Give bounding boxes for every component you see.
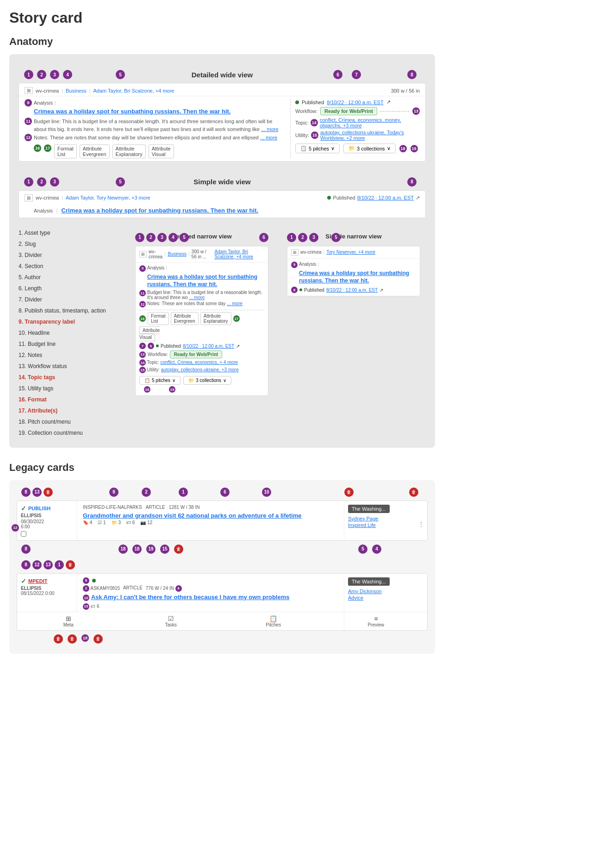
external-sw: ↗ xyxy=(416,195,420,201)
tag-format-dn[interactable]: FormatList xyxy=(148,312,169,325)
tab-tasks[interactable]: ☑ Tasks xyxy=(120,612,223,630)
num-3-sn: 3 xyxy=(309,233,318,242)
tag-attr-evergreen[interactable]: AttributeEvergreen xyxy=(80,144,110,158)
transparency-label: Analysis xyxy=(34,100,53,106)
headline-sw[interactable]: Crimea was a holiday spot for sunbathing… xyxy=(62,207,258,214)
article-site-l1: INSPIRED-LIFE-NALPARKS xyxy=(83,505,142,510)
legend-item-15: 15. Utility tags xyxy=(19,383,120,394)
num-7-dn: 7 xyxy=(139,343,146,349)
num-19-right: 19 xyxy=(411,145,418,152)
legend-item-19: 19. Collection count/menu xyxy=(19,427,120,438)
legend-item-11: 11. Budget line xyxy=(19,338,120,350)
collections-dn[interactable]: 📁 3 collections ∨ xyxy=(183,376,231,385)
channel-link-3[interactable]: Amy Dickinson xyxy=(348,588,423,594)
authors-dn[interactable]: Adam Taylor, Bri Scalzone, +4 more xyxy=(214,249,264,259)
num-12-l2: 12 xyxy=(32,560,42,570)
check-icon-2: ✓ xyxy=(21,577,26,585)
legend-item-16: 16. Format xyxy=(19,394,120,405)
workflow-dn: Ready for Web/Print xyxy=(170,351,222,358)
checkbox-l1[interactable] xyxy=(21,531,26,537)
authors-sw-link[interactable]: Adam Taylor, Tory Newmyer, +3 more xyxy=(66,195,150,200)
icon-tag-l1: 🏷 6 xyxy=(126,520,135,525)
pitches-button[interactable]: 📋 5 pitches ∨ xyxy=(295,144,340,153)
headline-link[interactable]: Crimea was a holiday spot for sunbathing… xyxy=(34,108,230,115)
legend-item-7: 7. Divider xyxy=(19,294,120,305)
headline-dn[interactable]: Crimea was a holiday spot for sunbathing… xyxy=(147,274,257,288)
workflow-label: Workflow: xyxy=(295,108,317,114)
site-sn: wv-crimea xyxy=(300,250,322,255)
channel-link-4[interactable]: Advice xyxy=(348,595,423,601)
num-12-dn: 12 xyxy=(139,301,146,307)
legend-item-3: 3. Divider xyxy=(19,250,120,261)
pub-date-sn[interactable]: 8/10/22 · 12:00 a.m. EST xyxy=(326,288,378,293)
icon-tasks-l1: ☑ 1 xyxy=(98,520,106,525)
delete-l1b[interactable]: 🗑 xyxy=(344,488,354,497)
pub-date-link[interactable]: 8/10/22 · 12:00 a.m. EST xyxy=(327,100,383,105)
delete-l2d[interactable]: 🗑 xyxy=(93,634,103,644)
channel-link-1[interactable]: Sydney Page xyxy=(348,516,423,521)
budget-more-link[interactable]: ... more xyxy=(261,126,278,132)
num-17-dn: 17 xyxy=(233,315,240,322)
channel-link-2[interactable]: Inspired Life xyxy=(348,522,423,528)
num-2-top: 2 xyxy=(37,70,46,79)
num-17: 17 xyxy=(44,144,51,152)
num-15-l2: 15 xyxy=(83,603,89,610)
num-2-sw: 2 xyxy=(37,177,46,187)
type-sw: Analysis xyxy=(34,208,53,213)
notes-more-link[interactable]: ... more xyxy=(260,135,277,140)
delete-l1d[interactable]: 🗑 xyxy=(174,545,183,554)
legend-item-13: 13. Workflow status xyxy=(19,361,120,372)
delete-l2c[interactable]: 🗑 xyxy=(68,634,77,644)
tab-meta[interactable]: ⊞ Meta xyxy=(17,612,120,630)
delete-l1c[interactable]: 🗑 xyxy=(409,488,418,497)
tab-pitches[interactable]: 📋 Pitches xyxy=(222,612,325,630)
tag-attr-explanatory[interactable]: AttributeExplanatory xyxy=(112,144,146,158)
simple-narrow-card: ⊞ wv-crimea | Tory Newmyer, +4 more 9 An… xyxy=(287,246,420,297)
pub-date-sw[interactable]: 8/10/22 · 12:00 a.m. EST xyxy=(357,195,414,200)
num-8-l1b: 8 xyxy=(109,488,118,497)
num-15-right: 15 xyxy=(311,131,318,139)
topics-link[interactable]: conflict, Crimea, economics, money, olig… xyxy=(320,117,420,128)
status-2[interactable]: MPEDIT xyxy=(28,578,48,584)
num-2-dn: 2 xyxy=(146,233,156,242)
tag-format[interactable]: FormatList xyxy=(54,144,77,158)
tag-icon-l2: 🏷 xyxy=(91,604,95,609)
site-l2: ELLIPSIS xyxy=(21,586,73,591)
channel-badge-l2: The Washing... xyxy=(348,577,390,586)
num-16-dn: 16 xyxy=(139,315,146,322)
authors-link[interactable]: Adam Taylor, Bri Scalzone, +4 more xyxy=(93,88,174,94)
tag-ex-dn[interactable]: AttributeExplanatory xyxy=(200,312,231,325)
delete-l1a[interactable]: 🗑 xyxy=(44,488,53,497)
length-dn: 300 w / 56 in ... xyxy=(192,249,213,259)
util-dn[interactable]: autoplay, collections-ukraine, +3 more xyxy=(161,367,239,372)
headline-l2[interactable]: Ask Amy: I can't be there for others bec… xyxy=(91,594,290,601)
collections-button[interactable]: 📁 3 collections ∨ xyxy=(343,144,396,153)
num-19-dn: 19 xyxy=(169,386,175,393)
delete-l2a[interactable]: 🗑 xyxy=(66,560,75,570)
authors-sn[interactable]: Tory Newmyer, +4 more xyxy=(326,250,375,255)
num-6-l2: 6 xyxy=(175,585,182,592)
num-2-sn: 2 xyxy=(298,233,307,242)
kebab-menu-l1[interactable]: ⋮ xyxy=(418,520,424,528)
site-name: wv-crimea xyxy=(36,88,59,94)
utilities-link[interactable]: autoplay, collections-ukraine, Today's W… xyxy=(320,130,420,141)
notes-more-dn[interactable]: ... more xyxy=(227,301,243,306)
tag-attr-visual[interactable]: AttributeVisual xyxy=(149,144,174,158)
num-14-dn: 14 xyxy=(139,359,146,366)
pub-dot xyxy=(295,100,299,104)
tag-ev-dn[interactable]: AttributeEvergreen xyxy=(171,312,199,325)
status-1: PUBLISH xyxy=(28,506,50,511)
headline-l1[interactable]: Grandmother and grandson visit 62 nation… xyxy=(83,512,301,519)
tag-vis-dn[interactable]: AttributeVisual xyxy=(139,326,160,341)
headline-sn[interactable]: Crimea was a holiday spot for sunbathing… xyxy=(299,270,409,284)
section-dn[interactable]: Business xyxy=(168,251,187,257)
num-1-sn: 1 xyxy=(287,233,296,242)
section-link[interactable]: Business xyxy=(66,88,87,94)
pitches-dn[interactable]: 📋 5 pitches ∨ xyxy=(139,376,180,385)
num-3-dn: 3 xyxy=(157,233,167,242)
budget-more-dn[interactable]: ... more xyxy=(189,295,205,300)
topics-dn[interactable]: conflict, Crimea, economics, + 4 more xyxy=(161,360,238,365)
pub-date-dn[interactable]: 8/10/22 · 12:00 a.m. EST xyxy=(183,344,234,349)
workflow-badge: Ready for Web/Print xyxy=(320,107,377,115)
delete-l2b[interactable]: 🗑 xyxy=(54,634,63,644)
